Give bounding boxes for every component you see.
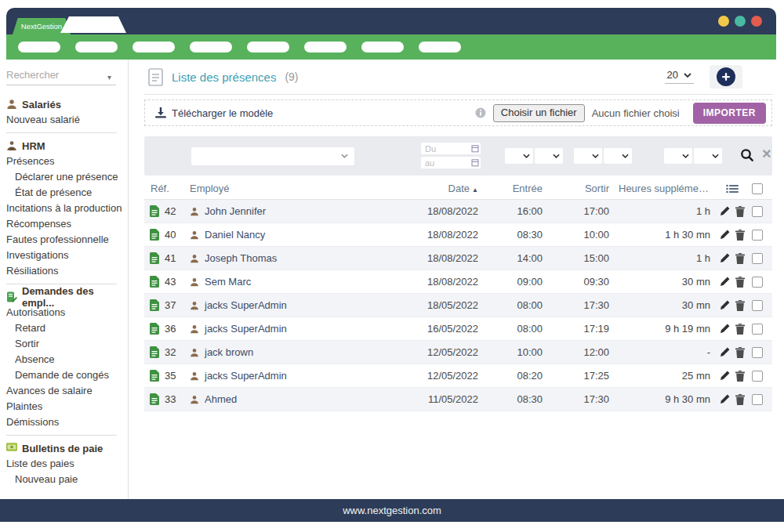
- row-checkbox[interactable]: [752, 230, 763, 241]
- ref-cell: 32: [144, 346, 183, 358]
- sidebar-item[interactable]: Nouveau paie: [6, 472, 132, 487]
- edit-icon[interactable]: [720, 394, 730, 404]
- row-checkbox[interactable]: [752, 206, 763, 217]
- edit-icon[interactable]: [720, 347, 730, 357]
- employee-link[interactable]: jacks SuperAdmin: [205, 299, 287, 311]
- column-header-overtime[interactable]: Heures supplémentaires: [619, 183, 717, 194]
- download-template-link[interactable]: Télécharger le modèle: [155, 107, 273, 119]
- mini-filter-select[interactable]: [694, 148, 722, 164]
- sidebar-group-header[interactable]: Bulletins de paie: [6, 440, 128, 456]
- sidebar-group-header[interactable]: Salariés: [6, 96, 128, 112]
- nav-menu-placeholder[interactable]: [361, 42, 404, 52]
- row-checkbox[interactable]: [752, 253, 763, 264]
- sidebar-item[interactable]: Incitations à la production: [6, 201, 124, 216]
- employee-filter-select[interactable]: [191, 147, 354, 165]
- sidebar-group-header[interactable]: HRM: [6, 138, 128, 154]
- entry-cell: 08:20: [489, 370, 552, 382]
- employee-link[interactable]: jacks SuperAdmin: [205, 323, 287, 335]
- delete-icon[interactable]: [735, 394, 745, 405]
- row-checkbox[interactable]: [752, 371, 763, 382]
- column-header-entry[interactable]: Entrée: [489, 183, 552, 194]
- ref-cell: 40: [144, 229, 183, 241]
- nav-menu-placeholder[interactable]: [75, 42, 118, 52]
- employee-cell: jack brown: [183, 346, 356, 358]
- row-checkbox[interactable]: [752, 394, 763, 405]
- sidebar-item[interactable]: Nouveau salarié: [6, 112, 124, 128]
- column-header-ref[interactable]: Réf.: [144, 183, 183, 194]
- mini-filter-select[interactable]: [664, 148, 692, 164]
- row-checkbox[interactable]: [752, 347, 763, 358]
- edit-icon[interactable]: [720, 206, 730, 216]
- sidebar-item[interactable]: Demande de congés: [6, 367, 132, 383]
- edit-icon[interactable]: [720, 230, 730, 240]
- sidebar-item[interactable]: Retard: [6, 320, 132, 336]
- employee-link[interactable]: Ahmed: [205, 393, 237, 405]
- window-control-0[interactable]: [718, 16, 729, 27]
- mini-filter-select[interactable]: [505, 148, 533, 164]
- nav-menu-placeholder[interactable]: [18, 42, 60, 52]
- page-size-select[interactable]: 20: [665, 69, 694, 84]
- clear-filters-icon[interactable]: ×: [762, 145, 771, 163]
- delete-icon[interactable]: [735, 347, 745, 358]
- sidebar-item[interactable]: Sortir: [6, 336, 132, 352]
- nav-menu-placeholder[interactable]: [132, 42, 175, 52]
- sidebar-item[interactable]: Absence: [6, 352, 132, 367]
- column-options-icon[interactable]: [717, 184, 748, 194]
- edit-icon[interactable]: [720, 300, 730, 310]
- sidebar-item[interactable]: Déclarer une présence: [6, 169, 132, 185]
- column-header-date[interactable]: Date▲: [356, 183, 489, 194]
- edit-icon[interactable]: [720, 253, 730, 263]
- delete-icon[interactable]: [735, 253, 745, 264]
- sidebar-item[interactable]: Liste des paies: [6, 456, 124, 472]
- sidebar-item[interactable]: Présences: [6, 154, 124, 169]
- browser-tab-placeholder[interactable]: [60, 16, 126, 33]
- sidebar-group-header[interactable]: Demandes des empl...: [6, 289, 128, 305]
- nav-menu-placeholder[interactable]: [247, 42, 289, 52]
- mini-filter-select[interactable]: [574, 148, 602, 164]
- employee-link[interactable]: John Jennifer: [205, 205, 266, 217]
- row-checkbox[interactable]: [752, 324, 763, 335]
- delete-icon[interactable]: [735, 371, 745, 382]
- sidebar-item[interactable]: Avances de salaire: [6, 383, 124, 399]
- mini-filter-select[interactable]: [604, 148, 632, 164]
- sidebar-item[interactable]: Investigations: [6, 248, 124, 263]
- nav-menu-placeholder[interactable]: [419, 42, 461, 52]
- employee-link[interactable]: Daniel Nancy: [205, 229, 265, 241]
- sidebar-item[interactable]: Résiliations: [6, 263, 124, 279]
- employee-link[interactable]: Sem Marc: [205, 276, 251, 288]
- search-icon[interactable]: [740, 148, 754, 162]
- employee-link[interactable]: Joseph Thomas: [205, 252, 277, 264]
- sidebar-item[interactable]: Récompenses: [6, 216, 124, 232]
- edit-icon[interactable]: [720, 277, 730, 287]
- file-icon: [150, 276, 159, 288]
- choose-file-button[interactable]: Choisir un fichier: [493, 104, 585, 122]
- sidebar-search-select[interactable]: Rechercher ▾: [6, 67, 116, 85]
- employee-link[interactable]: jack brown: [205, 346, 253, 358]
- window-control-1[interactable]: [735, 16, 746, 27]
- sidebar-item[interactable]: Démissions: [6, 414, 124, 430]
- window-control-2[interactable]: [751, 16, 762, 27]
- nav-menu-placeholder[interactable]: [304, 42, 347, 52]
- mini-filter-select[interactable]: [535, 148, 563, 164]
- import-button[interactable]: IMPORTER: [693, 103, 766, 124]
- delete-icon[interactable]: [735, 230, 745, 241]
- nav-menu-placeholder[interactable]: [190, 42, 232, 52]
- user-icon: [190, 324, 199, 334]
- delete-icon[interactable]: [735, 300, 745, 311]
- employee-link[interactable]: jacks SuperAdmin: [205, 370, 287, 382]
- row-checkbox[interactable]: [752, 277, 763, 288]
- sidebar-item[interactable]: Plaintes: [6, 399, 124, 414]
- sidebar-item[interactable]: Fautes professionnelle: [6, 232, 124, 248]
- row-checkbox[interactable]: [752, 300, 763, 311]
- edit-icon[interactable]: [720, 371, 730, 381]
- edit-icon[interactable]: [720, 324, 730, 334]
- delete-icon[interactable]: [735, 206, 745, 217]
- column-header-exit[interactable]: Sortir: [552, 183, 619, 194]
- add-presence-button[interactable]: [710, 65, 742, 89]
- column-header-employee[interactable]: Employé: [183, 183, 356, 194]
- delete-icon[interactable]: [735, 277, 745, 288]
- select-all-checkbox[interactable]: [752, 183, 763, 194]
- sidebar-item[interactable]: État de présence: [6, 185, 132, 201]
- overtime-cell: 1 h: [619, 252, 717, 264]
- delete-icon[interactable]: [735, 324, 745, 335]
